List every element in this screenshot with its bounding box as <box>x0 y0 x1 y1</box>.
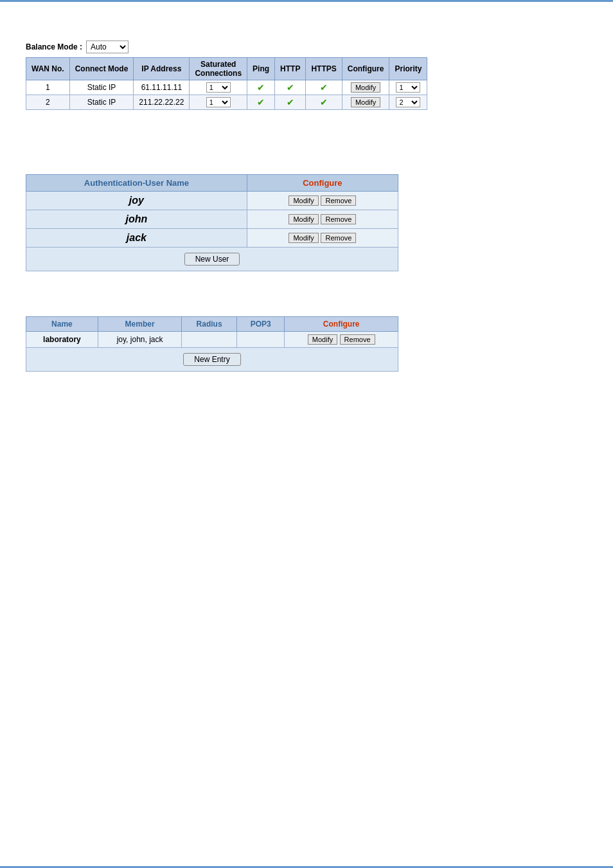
wan-header-http: HTTP <box>275 58 306 80</box>
wan-header-configure: Configure <box>342 58 389 80</box>
connect-mode-2: Static IP <box>69 95 134 110</box>
new-user-button[interactable]: New User <box>184 253 240 266</box>
configure-1[interactable]: Modify <box>342 80 389 95</box>
http-check-2: ✔ <box>287 97 294 107</box>
wan-row-2: 2 Static IP 211.22.22.22 123 ✔ ✔ ✔ Modif… <box>26 95 427 110</box>
groups-header-radius: Radius <box>182 317 237 332</box>
http-2: ✔ <box>275 95 306 110</box>
groups-header-member: Member <box>98 317 181 332</box>
https-check-2: ✔ <box>320 97 328 107</box>
group-pop3-laboratory <box>236 332 284 348</box>
group-remove-button-laboratory[interactable]: Remove <box>340 334 375 345</box>
groups-table: Name Member Radius POP3 Configure labora… <box>26 316 398 372</box>
new-entry-row: New Entry <box>26 348 398 372</box>
auth-header-name: Authentication-User Name <box>26 175 247 192</box>
saturated-select-1[interactable]: 123 <box>206 82 231 93</box>
groups-row-laboratory: laboratory joy, john, jack Modify Remove <box>26 332 398 348</box>
http-1: ✔ <box>275 80 306 95</box>
auth-configure-joy: Modify Remove <box>247 192 398 210</box>
wan-table: WAN No. Connect Mode IP Address Saturate… <box>26 57 427 110</box>
balance-mode-row: Balance Mode : Auto Manual <box>26 41 587 53</box>
wan-modify-button-1[interactable]: Modify <box>351 82 380 93</box>
wan-header-connect-mode: Connect Mode <box>69 58 134 80</box>
saturated-2[interactable]: 123 <box>190 95 247 110</box>
ip-address-1: 61.11.11.11 <box>134 80 190 95</box>
group-member-laboratory: joy, john, jack <box>98 332 181 348</box>
auth-username-john: john <box>26 210 247 229</box>
auth-row-joy: joy Modify Remove <box>26 192 398 210</box>
group-configure-laboratory: Modify Remove <box>285 332 398 348</box>
new-user-cell: New User <box>26 248 398 271</box>
wan-header-ping: Ping <box>247 58 275 80</box>
balance-mode-select[interactable]: Auto Manual <box>86 41 129 53</box>
wan-header-saturated: SaturatedConnections <box>190 58 247 80</box>
groups-header-configure: Configure <box>285 317 398 332</box>
priority-select-2[interactable]: 22 <box>396 97 420 107</box>
saturated-select-2[interactable]: 123 <box>206 97 231 107</box>
ping-check-2: ✔ <box>257 97 265 107</box>
wan-header-no: WAN No. <box>26 58 70 80</box>
auth-modify-button-joy[interactable]: Modify <box>289 195 318 206</box>
auth-table: Authentication-User Name Configure joy M… <box>26 174 398 271</box>
auth-row-john: john Modify Remove <box>26 210 398 229</box>
group-name-laboratory: laboratory <box>26 332 98 348</box>
priority-1[interactable]: 12 <box>389 80 427 95</box>
wan-modify-button-2[interactable]: Modify <box>351 97 380 107</box>
ping-check-1: ✔ <box>257 82 265 93</box>
wan-section: Balance Mode : Auto Manual WAN No. Conne… <box>26 21 587 110</box>
wan-header-priority: Priority <box>389 58 427 80</box>
auth-modify-button-john[interactable]: Modify <box>289 214 318 224</box>
auth-section: Authentication-User Name Configure joy M… <box>26 174 587 271</box>
new-entry-button[interactable]: New Entry <box>183 353 240 366</box>
group-modify-button-laboratory[interactable]: Modify <box>308 334 337 345</box>
wan-header-ip-address: IP Address <box>134 58 190 80</box>
groups-section: Name Member Radius POP3 Configure labora… <box>26 316 587 372</box>
auth-username-jack: jack <box>26 229 247 248</box>
priority-select-1[interactable]: 12 <box>396 82 420 93</box>
auth-row-jack: jack Modify Remove <box>26 229 398 248</box>
auth-remove-button-joy[interactable]: Remove <box>321 195 356 206</box>
auth-configure-jack: Modify Remove <box>247 229 398 248</box>
wan-header-https: HTTPS <box>306 58 342 80</box>
ping-2: ✔ <box>247 95 275 110</box>
http-check-1: ✔ <box>287 82 294 93</box>
connect-mode-1: Static IP <box>69 80 134 95</box>
https-2: ✔ <box>306 95 342 110</box>
groups-header-name: Name <box>26 317 98 332</box>
wan-row-1: 1 Static IP 61.11.11.11 123 ✔ ✔ ✔ Modify… <box>26 80 427 95</box>
ping-1: ✔ <box>247 80 275 95</box>
auth-remove-button-jack[interactable]: Remove <box>321 233 356 243</box>
auth-header-configure: Configure <box>247 175 398 192</box>
saturated-1[interactable]: 123 <box>190 80 247 95</box>
configure-2[interactable]: Modify <box>342 95 389 110</box>
group-radius-laboratory <box>182 332 237 348</box>
auth-remove-button-john[interactable]: Remove <box>321 214 356 224</box>
wan-no-1: 1 <box>26 80 70 95</box>
priority-2[interactable]: 22 <box>389 95 427 110</box>
balance-mode-label: Balance Mode : <box>26 42 82 51</box>
wan-no-2: 2 <box>26 95 70 110</box>
ip-address-2: 211.22.22.22 <box>134 95 190 110</box>
auth-modify-button-jack[interactable]: Modify <box>289 233 318 243</box>
new-entry-cell: New Entry <box>26 348 398 372</box>
auth-configure-john: Modify Remove <box>247 210 398 229</box>
groups-header-pop3: POP3 <box>236 317 284 332</box>
https-1: ✔ <box>306 80 342 95</box>
new-user-row: New User <box>26 248 398 271</box>
https-check-1: ✔ <box>320 82 328 93</box>
auth-username-joy: joy <box>26 192 247 210</box>
